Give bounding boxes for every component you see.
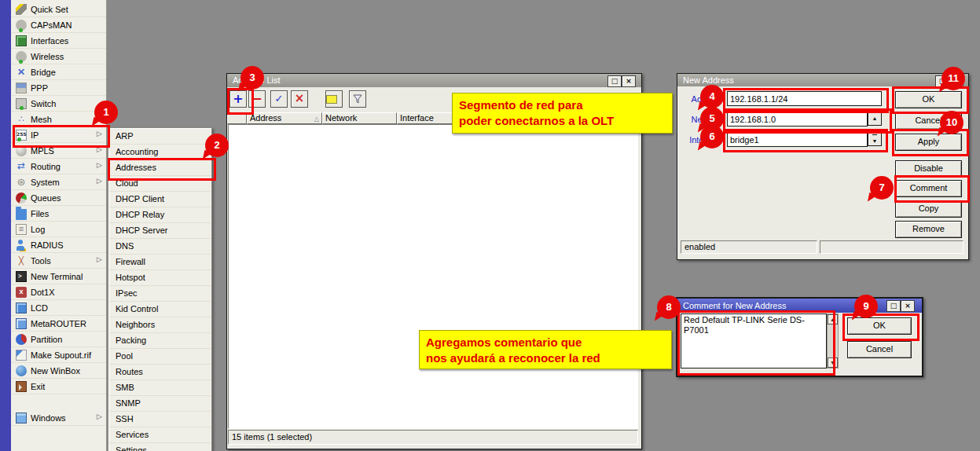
sidebar-item-queues[interactable]: Queues: [11, 190, 106, 206]
sidebar-item-quick-set[interactable]: Quick Set: [11, 2, 106, 17]
submenu-item-ssh[interactable]: SSH: [109, 412, 211, 427]
submenu-item-hotspot[interactable]: Hotspot: [109, 270, 211, 286]
sidebar-item-files[interactable]: Files: [11, 206, 106, 222]
submenu-item-kid-control[interactable]: Kid Control: [109, 302, 211, 317]
terminal-icon: [16, 271, 27, 282]
sidebar-item-switch[interactable]: Switch: [11, 96, 106, 112]
close-icon[interactable]: ×: [901, 300, 915, 312]
filter-funnel-icon[interactable]: [349, 90, 366, 108]
sidebar-item-routing[interactable]: Routing: [11, 159, 106, 174]
network-input[interactable]: [727, 112, 868, 126]
ip-icon: [16, 130, 27, 141]
main-menu-sidebar: Quick Set CAPsMAN Interfaces Wireless Br…: [11, 0, 107, 451]
copy-button[interactable]: Copy: [895, 200, 962, 218]
comment-textarea[interactable]: Red Default TP-LINK Serie DS-P7001: [681, 314, 827, 368]
step-marker-3: 3: [240, 66, 264, 90]
sidebar-item-metarouter[interactable]: MetaROUTER: [11, 316, 106, 332]
step-marker-8: 8: [657, 295, 681, 319]
submenu-item-neighbors[interactable]: Neighbors: [109, 317, 211, 333]
sidebar-item-capsman[interactable]: CAPsMAN: [11, 17, 106, 33]
mesh-icon: [16, 114, 27, 125]
enabled-status: enabled: [681, 240, 817, 254]
submenu-item-cloud[interactable]: Cloud: [109, 176, 211, 192]
sidebar-item-new-winbox[interactable]: New WinBox: [11, 363, 106, 379]
submenu-item-accounting[interactable]: Accounting: [109, 145, 211, 160]
submenu-item-dns[interactable]: DNS: [109, 239, 211, 255]
disable-button[interactable]: ×: [291, 90, 308, 108]
sidebar-item-partition[interactable]: Partition: [11, 332, 106, 347]
comment-button[interactable]: Comment: [895, 180, 962, 197]
mpls-icon: [16, 145, 27, 156]
submenu-item-smb[interactable]: SMB: [109, 380, 211, 396]
sidebar-item-lcd[interactable]: LCD: [11, 300, 106, 316]
sidebar-item-radius[interactable]: RADIUS: [11, 237, 106, 253]
submenu-item-dhcp-server[interactable]: DHCP Server: [109, 223, 211, 239]
disable-button[interactable]: Disable: [895, 160, 962, 178]
routing-icon: [16, 161, 27, 172]
step-marker-4: 4: [700, 85, 724, 108]
comment-dialog-titlebar[interactable]: Comment for New Address: [677, 299, 922, 313]
column-header-network[interactable]: Network: [322, 112, 397, 124]
remove-address-button[interactable]: −: [248, 90, 266, 108]
ok-button[interactable]: OK: [895, 91, 962, 108]
interface-select[interactable]: [727, 132, 868, 147]
submenu-item-arp[interactable]: ARP: [109, 129, 211, 145]
submenu-item-ipsec[interactable]: IPsec: [109, 286, 211, 302]
sidebar-item-mpls[interactable]: MPLS: [11, 143, 106, 159]
capsman-icon: [16, 20, 27, 31]
remove-button[interactable]: Remove: [895, 221, 962, 238]
submenu-item-routes[interactable]: Routes: [109, 365, 211, 380]
address-input[interactable]: [727, 91, 882, 106]
submenu-item-settings[interactable]: Settings: [109, 443, 211, 451]
step-marker-1: 1: [94, 101, 118, 124]
interface-dropdown-icon[interactable]: [868, 132, 882, 146]
lcd-icon: [16, 302, 27, 314]
sidebar-item-interfaces[interactable]: Interfaces: [11, 33, 106, 49]
submenu-item-pool[interactable]: Pool: [109, 349, 211, 365]
submenu-item-addresses[interactable]: Addresses: [109, 160, 211, 176]
sidebar-item-exit[interactable]: Exit: [11, 379, 106, 394]
log-icon: [16, 224, 27, 235]
sidebar-item-dot1x[interactable]: Dot1X: [11, 284, 106, 300]
step-marker-11: 11: [941, 67, 965, 90]
maximize-icon[interactable]: □: [886, 300, 901, 312]
network-spinner-up-icon[interactable]: [868, 112, 882, 126]
sidebar-item-ppp[interactable]: PPP: [11, 80, 106, 96]
interfaces-icon: [16, 35, 27, 46]
sidebar-item-log[interactable]: Log: [11, 222, 106, 237]
comment-scrollbar[interactable]: ▲ ▼: [827, 314, 839, 368]
scroll-up-icon[interactable]: ▲: [828, 314, 838, 324]
comment-cancel-button[interactable]: Cancel: [847, 341, 912, 358]
submenu-item-firewall[interactable]: Firewall: [109, 255, 211, 270]
address-list-titlebar[interactable]: Address List: [227, 74, 641, 87]
wand-icon: [16, 4, 27, 15]
scroll-down-icon[interactable]: ▼: [828, 358, 838, 368]
maximize-icon[interactable]: □: [607, 75, 622, 87]
comment-note-icon[interactable]: [325, 90, 343, 108]
new-address-titlebar[interactable]: New Address: [677, 74, 968, 86]
sidebar-item-bridge[interactable]: Bridge: [11, 64, 106, 80]
apply-button[interactable]: Apply: [895, 134, 962, 151]
sidebar-item-system[interactable]: System: [11, 174, 106, 190]
column-header-address[interactable]: Address: [247, 112, 322, 124]
enable-button[interactable]: ✓: [270, 90, 288, 108]
sidebar-item-wireless[interactable]: Wireless: [11, 49, 106, 64]
address-list-area[interactable]: [228, 124, 638, 429]
funnel-icon: [351, 93, 364, 105]
address-list-status-bar: 15 items (1 selected): [228, 430, 638, 445]
step-marker-7: 7: [870, 176, 894, 200]
ppp-icon: [16, 82, 27, 94]
sidebar-item-make-supout[interactable]: Make Supout.rif: [11, 347, 106, 363]
supout-file-icon: [16, 350, 27, 361]
close-icon[interactable]: ×: [622, 75, 636, 87]
submenu-item-dhcp-client[interactable]: DHCP Client: [109, 192, 211, 207]
submenu-item-services[interactable]: Services: [109, 427, 211, 443]
submenu-item-packing[interactable]: Packing: [109, 333, 211, 349]
submenu-item-snmp[interactable]: SNMP: [109, 396, 211, 412]
sidebar-item-new-terminal[interactable]: New Terminal: [11, 269, 106, 284]
sidebar-item-windows[interactable]: Windows: [11, 410, 106, 426]
selector-column-header[interactable]: [227, 112, 247, 124]
sidebar-item-ip[interactable]: IP: [11, 127, 106, 143]
sidebar-item-tools[interactable]: Tools: [11, 253, 106, 269]
submenu-item-dhcp-relay[interactable]: DHCP Relay: [109, 207, 211, 223]
